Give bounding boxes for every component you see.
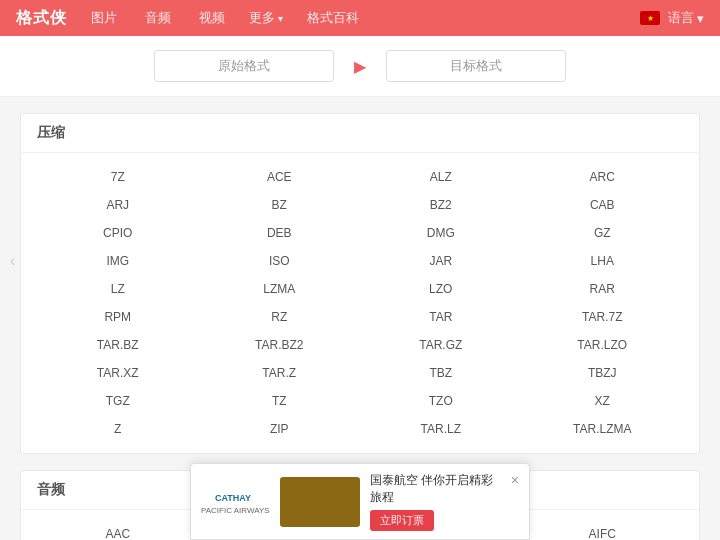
format-item[interactable]: TGZ	[37, 387, 199, 415]
format-item[interactable]: TBZJ	[522, 359, 684, 387]
format-item[interactable]: DEB	[199, 219, 361, 247]
format-item[interactable]: TZ	[199, 387, 361, 415]
format-item[interactable]: XZ	[522, 387, 684, 415]
arrow-icon: ▶	[354, 57, 366, 76]
format-item[interactable]: RZ	[199, 303, 361, 331]
nav-right: ★ 语言 ▾	[640, 9, 704, 27]
ad-image	[280, 477, 360, 527]
format-item[interactable]: DMG	[360, 219, 522, 247]
format-item[interactable]: ALZ	[360, 163, 522, 191]
format-item[interactable]: ISO	[199, 247, 361, 275]
ad-logo: CATHAY PACIFIC AIRWAYS	[201, 488, 270, 515]
nav-more-dropdown[interactable]: 更多 ▾	[249, 9, 283, 27]
format-item[interactable]: TAR.LZMA	[522, 415, 684, 443]
format-item[interactable]: ARC	[522, 163, 684, 191]
scroll-hint-icon: ‹	[10, 252, 15, 270]
nav-video[interactable]: 视频	[195, 7, 229, 29]
format-item[interactable]: AIFC	[522, 520, 684, 540]
format-item[interactable]: ZIP	[199, 415, 361, 443]
brand-logo[interactable]: 格式侠	[16, 8, 67, 29]
format-item[interactable]: TAR.LZ	[360, 415, 522, 443]
source-format-selector[interactable]: 原始格式	[154, 50, 334, 82]
format-item[interactable]: BZ	[199, 191, 361, 219]
nav-wiki[interactable]: 格式百科	[303, 7, 363, 29]
format-item[interactable]: ACE	[199, 163, 361, 191]
format-item[interactable]: AAC	[37, 520, 199, 540]
format-item[interactable]: LZ	[37, 275, 199, 303]
chevron-down-icon: ▾	[278, 13, 283, 24]
nav-more-label: 更多	[249, 9, 275, 27]
format-item[interactable]: LHA	[522, 247, 684, 275]
format-item[interactable]: RAR	[522, 275, 684, 303]
format-item[interactable]: 7Z	[37, 163, 199, 191]
flag-icon: ★	[640, 11, 660, 25]
svg-text:CATHAY: CATHAY	[215, 493, 251, 503]
format-item[interactable]: LZO	[360, 275, 522, 303]
format-item[interactable]: GZ	[522, 219, 684, 247]
format-item[interactable]: RPM	[37, 303, 199, 331]
section-compression: 压缩7ZACEALZARCARJBZBZ2CABCPIODEBDMGGZIMGI…	[20, 113, 700, 454]
format-item[interactable]: Z	[37, 415, 199, 443]
format-item[interactable]: TZO	[360, 387, 522, 415]
format-item[interactable]: CPIO	[37, 219, 199, 247]
format-item[interactable]: IMG	[37, 247, 199, 275]
cathay-logo-svg: CATHAY	[215, 488, 255, 506]
converter-bar: 原始格式 ▶ 目标格式	[0, 36, 720, 97]
format-item[interactable]: TAR.LZO	[522, 331, 684, 359]
target-format-selector[interactable]: 目标格式	[386, 50, 566, 82]
format-item[interactable]: TAR.7Z	[522, 303, 684, 331]
format-item[interactable]: TAR.XZ	[37, 359, 199, 387]
format-item[interactable]: TAR.Z	[199, 359, 361, 387]
format-item[interactable]: TAR.BZ	[37, 331, 199, 359]
format-item[interactable]: ARJ	[37, 191, 199, 219]
format-item[interactable]: JAR	[360, 247, 522, 275]
lang-label: 语言	[668, 9, 694, 27]
navbar: 格式侠 图片 音频 视频 更多 ▾ 格式百科 ★ 语言 ▾	[0, 0, 720, 36]
ad-logo-sub: PACIFIC AIRWAYS	[201, 506, 270, 515]
format-grid-compression: 7ZACEALZARCARJBZBZ2CABCPIODEBDMGGZIMGISO…	[21, 153, 699, 453]
format-item[interactable]: BZ2	[360, 191, 522, 219]
ad-cta-button[interactable]: 立即订票	[370, 510, 434, 531]
nav-image[interactable]: 图片	[87, 7, 121, 29]
format-item[interactable]: TAR.GZ	[360, 331, 522, 359]
nav-audio[interactable]: 音频	[141, 7, 175, 29]
section-header-compression: 压缩	[21, 114, 699, 153]
ad-content: 国泰航空 伴你开启精彩旅程 立即订票	[370, 472, 501, 531]
format-item[interactable]: TAR	[360, 303, 522, 331]
ad-title: 国泰航空 伴你开启精彩旅程	[370, 472, 501, 506]
format-item[interactable]: TBZ	[360, 359, 522, 387]
chevron-down-icon-lang: ▾	[697, 11, 704, 26]
format-item[interactable]: TAR.BZ2	[199, 331, 361, 359]
language-selector[interactable]: 语言 ▾	[668, 9, 704, 27]
format-item[interactable]: CAB	[522, 191, 684, 219]
ad-close-button[interactable]: ×	[511, 472, 519, 488]
format-item[interactable]: LZMA	[199, 275, 361, 303]
ad-banner: CATHAY PACIFIC AIRWAYS 国泰航空 伴你开启精彩旅程 立即订…	[190, 463, 530, 540]
